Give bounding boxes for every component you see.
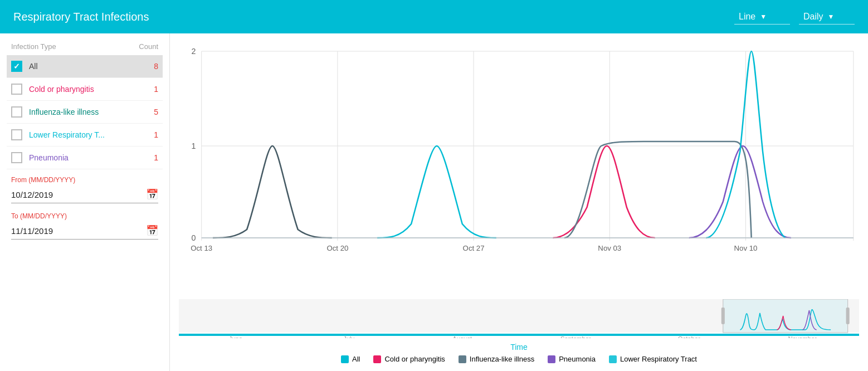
header: Respiratory Tract Infections Line ▼ Dail…: [0, 0, 868, 33]
legend-label-cold: Cold or pharyngitis: [384, 355, 445, 363]
page-title: Respiratory Tract Infections: [13, 11, 149, 23]
chart-period-dropdown[interactable]: Daily ▼: [799, 9, 855, 25]
main-chart-svg: 2 1 0 Oct 13 Oct 20 Oct 27 Nov 03 Nov 10: [179, 40, 859, 252]
legend-dot-all: [341, 355, 349, 363]
filter-label-all: All: [29, 62, 154, 71]
filter-row-influenza[interactable]: Influenza-like illness 5: [7, 101, 163, 124]
legend-item-lower: Lower Respiratory Tract: [609, 355, 697, 363]
filter-label-lower: Lower Respiratory T...: [29, 130, 154, 139]
legend-dot-pneumonia: [548, 355, 555, 363]
checkbox-lower[interactable]: [11, 129, 22, 140]
date-from-value: 10/12/2019: [11, 190, 53, 199]
filter-count-lower: 1: [154, 130, 158, 139]
chart-type-dropdown[interactable]: Line ▼: [734, 9, 790, 25]
legend-item-pneumonia: Pneumonia: [548, 355, 596, 363]
svg-text:Oct 20: Oct 20: [326, 244, 348, 252]
legend-dot-lower: [609, 355, 617, 363]
legend-label-influenza: Influenza-like illness: [470, 355, 534, 363]
date-to-input-row[interactable]: 11/11/2019 📅: [11, 222, 158, 240]
date-to-label: To (MM/DD/YYYY): [11, 212, 158, 220]
date-to-section: To (MM/DD/YYYY) 11/11/2019 📅: [7, 206, 163, 242]
filter-count-cold: 1: [154, 85, 158, 94]
chart-period-label: Daily: [803, 12, 823, 22]
svg-text:1: 1: [192, 141, 196, 150]
overview-chart-svg: June July August September October Novem…: [179, 299, 859, 338]
legend-item-influenza: Influenza-like illness: [459, 355, 534, 363]
svg-text:Nov 10: Nov 10: [734, 244, 758, 252]
filter-row-pneumonia[interactable]: Pneumonia 1: [7, 147, 163, 169]
svg-text:2: 2: [192, 47, 196, 56]
filter-count-influenza: 5: [154, 108, 158, 116]
header-controls: Line ▼ Daily ▼: [734, 9, 855, 25]
legend-label-all: All: [352, 355, 360, 363]
filter-row-lower[interactable]: Lower Respiratory T... 1: [7, 124, 163, 147]
legend-item-all: All: [341, 355, 360, 363]
date-from-input-row[interactable]: 10/12/2019 📅: [11, 186, 158, 203]
date-from-label: From (MM/DD/YYYY): [11, 176, 158, 184]
legend-item-cold: Cold or pharyngitis: [373, 355, 445, 363]
date-to-value: 11/11/2019: [11, 226, 53, 236]
sidebar: Infection Type Count All 8 Cold or phary…: [0, 33, 170, 371]
filter-label-pneumonia: Pneumonia: [29, 153, 154, 162]
col-count: Count: [139, 42, 158, 51]
main-content: Infection Type Count All 8 Cold or phary…: [0, 33, 868, 371]
legend-label-lower: Lower Respiratory Tract: [620, 355, 697, 363]
col-infection-type: Infection Type: [11, 42, 56, 51]
svg-rect-28: [179, 334, 859, 336]
chart-area: 2 1 0 Oct 13 Oct 20 Oct 27 Nov 03 Nov 10: [170, 33, 868, 371]
main-chart-container: 2 1 0 Oct 13 Oct 20 Oct 27 Nov 03 Nov 10: [170, 40, 868, 299]
svg-text:0: 0: [192, 233, 196, 242]
chart-type-label: Line: [739, 12, 755, 22]
legend-dot-influenza: [459, 355, 466, 363]
checkbox-all[interactable]: [11, 61, 22, 72]
x-axis-label: Time: [170, 343, 868, 352]
legend-label-pneumonia: Pneumonia: [559, 355, 596, 363]
checkbox-cold[interactable]: [11, 84, 22, 95]
filter-row-all[interactable]: All 8: [7, 55, 163, 78]
filter-count-pneumonia: 1: [154, 153, 158, 162]
filter-count-all: 8: [154, 62, 158, 71]
calendar-from-icon[interactable]: 📅: [146, 188, 158, 201]
chart-type-arrow-icon: ▼: [760, 13, 767, 21]
sidebar-column-headers: Infection Type Count: [7, 42, 163, 55]
svg-text:Oct 13: Oct 13: [191, 244, 212, 252]
overview-chart-wrapper: June July August September October Novem…: [170, 299, 868, 340]
svg-rect-25: [723, 299, 848, 333]
svg-rect-27: [846, 307, 850, 324]
chart-legend: All Cold or pharyngitis Influenza-like i…: [170, 352, 868, 367]
filter-row-cold[interactable]: Cold or pharyngitis 1: [7, 78, 163, 101]
date-from-section: From (MM/DD/YYYY) 10/12/2019 📅: [7, 169, 163, 206]
checkbox-pneumonia[interactable]: [11, 152, 22, 163]
svg-text:Oct 27: Oct 27: [463, 244, 485, 252]
legend-dot-cold: [373, 355, 381, 363]
checkbox-influenza[interactable]: [11, 106, 22, 118]
calendar-to-icon[interactable]: 📅: [146, 224, 158, 237]
chart-period-arrow-icon: ▼: [828, 13, 835, 21]
filter-label-cold: Cold or pharyngitis: [29, 85, 154, 94]
svg-rect-26: [721, 307, 725, 324]
svg-text:Nov 03: Nov 03: [598, 244, 621, 252]
filter-label-influenza: Influenza-like illness: [29, 108, 154, 116]
